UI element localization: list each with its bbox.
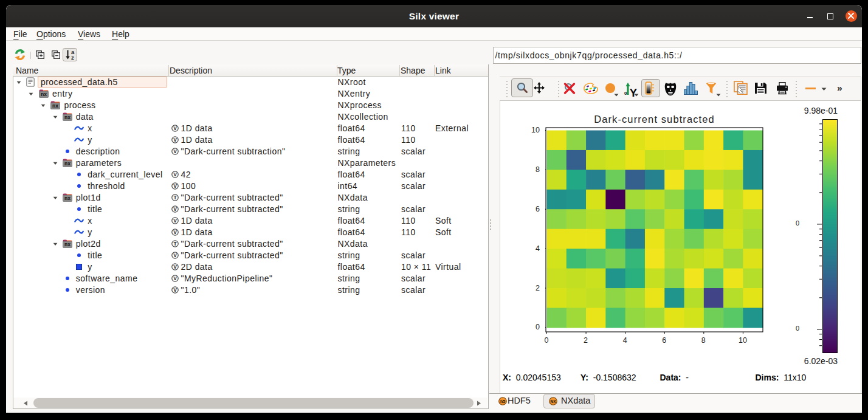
svg-text:V: V	[173, 252, 177, 258]
svg-text:0: 0	[624, 91, 627, 96]
svg-text:T: T	[173, 241, 177, 247]
svg-text:T: T	[173, 195, 177, 201]
svg-text:nx: nx	[64, 241, 71, 247]
svg-text:V: V	[173, 137, 177, 143]
svg-text:nx: nx	[41, 91, 47, 97]
svg-text:h5: h5	[500, 399, 505, 404]
svg-text:V: V	[173, 183, 177, 189]
svg-text:nx: nx	[64, 160, 71, 167]
svg-text:V: V	[173, 229, 177, 235]
svg-text:V: V	[173, 264, 177, 270]
svg-text:NX: NX	[550, 399, 556, 403]
svg-text:V: V	[173, 148, 177, 154]
svg-text:V: V	[173, 287, 177, 293]
svg-text:V: V	[173, 275, 177, 281]
svg-text:nx: nx	[52, 103, 58, 109]
svg-text:V: V	[173, 218, 177, 224]
svg-text:V: V	[173, 125, 177, 131]
svg-text:V: V	[173, 206, 177, 212]
svg-text:z: z	[71, 54, 74, 61]
svg-text:V: V	[173, 171, 177, 177]
svg-text:nx: nx	[64, 114, 71, 120]
svg-text:nx: nx	[64, 195, 71, 201]
